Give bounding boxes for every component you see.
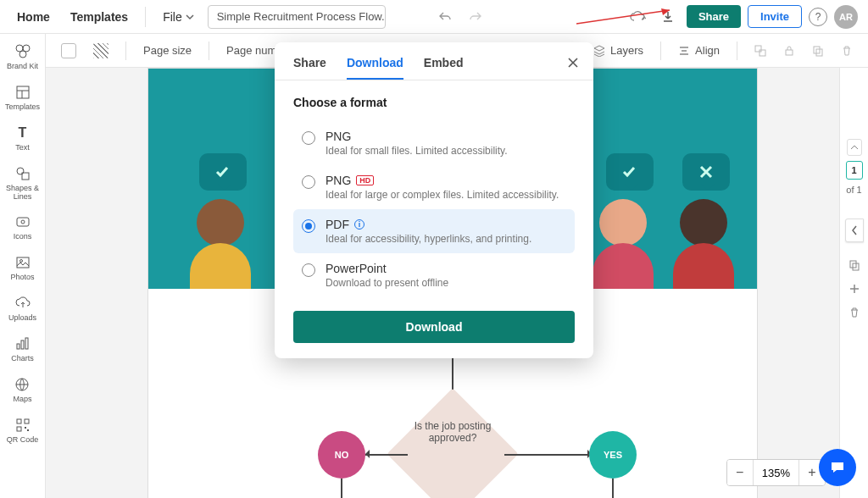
radio-png-hd[interactable] [302, 175, 315, 189]
divider [145, 7, 146, 27]
modal-body: Choose a format PNGIdeal for small files… [275, 80, 593, 297]
chevron-down-icon [186, 13, 194, 21]
top-bar: Home Templates File Simple Recruitment P… [0, 0, 868, 34]
file-label: File [163, 10, 182, 24]
help-button[interactable]: ? [809, 8, 827, 26]
nav-templates[interactable]: Templates [64, 5, 135, 29]
radio-pdf[interactable] [302, 219, 315, 233]
modal-overlay: Share Download Embed Choose a format PNG… [0, 34, 868, 498]
invite-button[interactable]: Invite [748, 5, 802, 28]
close-icon [567, 57, 579, 69]
user-avatar[interactable]: AR [834, 5, 858, 29]
file-menu[interactable]: File [156, 7, 201, 27]
format-option-png-hd[interactable]: PNGHDIdeal for large or complex files. L… [293, 165, 575, 209]
format-option-powerpoint[interactable]: PowerPointDownload to present offline [293, 253, 575, 297]
modal-heading: Choose a format [293, 96, 575, 109]
format-option-pdf[interactable]: PDFiIdeal for accessibility, hyperlinks,… [293, 209, 575, 253]
hd-badge: HD [356, 175, 374, 185]
modal-tabs: Share Download Embed [275, 42, 593, 80]
download-button[interactable] [656, 5, 680, 29]
download-modal: Share Download Embed Choose a format PNG… [275, 42, 593, 358]
cloud-sync-icon[interactable] [626, 5, 649, 29]
radio-png[interactable] [302, 131, 315, 145]
nav-home[interactable]: Home [10, 5, 57, 29]
tab-embed[interactable]: Embed [424, 56, 464, 80]
document-title-input[interactable]: Simple Recruitment Process Flow... [208, 5, 386, 29]
format-option-png[interactable]: PNGIdeal for small files. Limited access… [293, 121, 575, 165]
info-icon[interactable]: i [354, 219, 364, 230]
share-button[interactable]: Share [687, 5, 741, 28]
tab-share[interactable]: Share [293, 56, 326, 80]
download-confirm-button[interactable]: Download [293, 311, 575, 343]
undo-button[interactable] [433, 5, 457, 29]
radio-powerpoint[interactable] [302, 263, 315, 277]
tab-download[interactable]: Download [347, 56, 403, 80]
modal-close-button[interactable] [565, 54, 581, 71]
redo-button[interactable] [464, 5, 487, 29]
